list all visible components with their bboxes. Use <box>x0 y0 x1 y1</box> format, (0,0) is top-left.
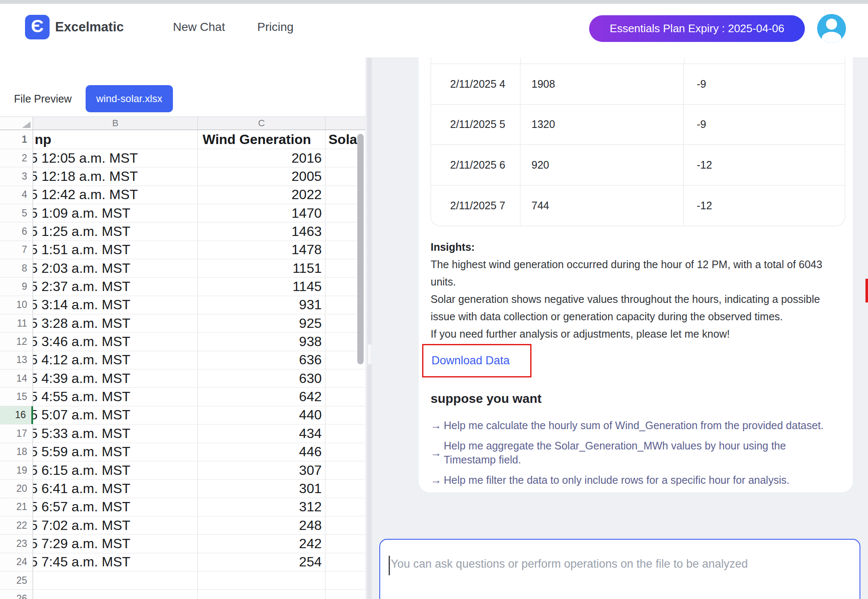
sheet-cell-wind[interactable]: 1151 <box>198 259 326 277</box>
sheet-cell-solar[interactable] <box>326 480 365 497</box>
sheet-cell-timestamp[interactable]: 5 3:28 a.m. MST <box>33 314 198 332</box>
divider-drag-handle-icon[interactable] <box>367 344 372 364</box>
row-number[interactable]: 2 <box>0 149 33 167</box>
sheet-cell-timestamp[interactable]: np <box>33 130 198 149</box>
row-number[interactable]: 26 <box>0 590 33 599</box>
sheet-cell-solar[interactable] <box>326 516 365 534</box>
row-number[interactable]: 6 <box>0 222 33 240</box>
sheet-cell-wind[interactable]: 312 <box>198 498 326 516</box>
sheet-cell-solar[interactable] <box>326 535 365 552</box>
chat-input[interactable] <box>390 557 849 599</box>
row-number[interactable]: 9 <box>0 277 33 295</box>
sheet-cell-wind[interactable]: 2005 <box>198 167 326 185</box>
sheet-cell-timestamp[interactable]: 5 6:15 a.m. MST <box>33 461 198 479</box>
row-number[interactable]: 1 <box>0 130 33 149</box>
sheet-cell-wind[interactable]: 301 <box>198 480 326 497</box>
row-number[interactable]: 14 <box>0 369 33 387</box>
sheet-cell-timestamp[interactable]: 5 1:51 a.m. MST <box>33 241 198 259</box>
row-number[interactable]: 16 <box>0 406 33 424</box>
sheet-cell-timestamp[interactable]: 5 12:05 a.m. MST <box>33 149 198 167</box>
sheet-cell-wind[interactable]: 636 <box>198 351 326 369</box>
sheet-cell-wind[interactable]: 1470 <box>198 204 326 222</box>
row-number[interactable]: 20 <box>0 480 33 497</box>
sheet-cell-solar[interactable] <box>326 571 365 589</box>
column-header-b[interactable]: B <box>33 117 198 130</box>
sheet-cell-solar[interactable] <box>326 424 365 442</box>
row-number[interactable]: 19 <box>0 461 33 479</box>
sheet-cell-wind[interactable]: 1463 <box>198 222 326 240</box>
sheet-cell-wind[interactable] <box>198 571 326 589</box>
sheet-cell-wind[interactable]: 446 <box>198 443 326 461</box>
sheet-cell-wind[interactable]: 931 <box>198 296 326 314</box>
suggestion-item[interactable]: →Help me aggregate the Solar_Generation_… <box>431 439 848 467</box>
sheet-cell-timestamp[interactable] <box>33 590 198 599</box>
sheet-cell-timestamp[interactable]: 5 12:18 a.m. MST <box>33 167 198 185</box>
sheet-cell-timestamp[interactable]: 5 7:02 a.m. MST <box>33 516 198 534</box>
sheet-cell-timestamp[interactable]: 5 4:55 a.m. MST <box>33 388 198 405</box>
row-number[interactable]: 22 <box>0 516 33 534</box>
row-number[interactable]: 4 <box>0 186 33 204</box>
row-number[interactable]: 11 <box>0 314 33 332</box>
sheet-cell-solar[interactable] <box>326 406 365 424</box>
row-number[interactable]: 10 <box>0 296 33 314</box>
row-number[interactable]: 21 <box>0 498 33 516</box>
sheet-cell-wind[interactable]: 254 <box>198 553 326 571</box>
row-number[interactable]: 13 <box>0 351 33 369</box>
row-number[interactable]: 12 <box>0 333 33 350</box>
file-chip[interactable]: wind-solar.xlsx <box>86 85 173 112</box>
sheet-cell-wind[interactable]: 938 <box>198 333 326 350</box>
sheet-cell-wind[interactable]: 925 <box>198 314 326 332</box>
app-logo[interactable]: Є <box>25 15 50 39</box>
sheet-cell-solar[interactable] <box>326 590 365 599</box>
sheet-cell-wind[interactable]: 1145 <box>198 277 326 295</box>
sheet-cell-solar[interactable] <box>326 553 365 571</box>
row-number[interactable]: 3 <box>0 167 33 185</box>
suggestion-item[interactable]: →Help me filter the data to only include… <box>431 473 848 487</box>
sheet-cell-wind[interactable]: 434 <box>198 424 326 442</box>
sheet-cell-wind[interactable]: 307 <box>198 461 326 479</box>
sheet-cell-timestamp[interactable]: 5 2:03 a.m. MST <box>33 259 198 277</box>
nav-pricing[interactable]: Pricing <box>257 21 294 33</box>
row-number[interactable]: 7 <box>0 241 33 259</box>
sheet-cell-timestamp[interactable]: 5 1:25 a.m. MST <box>33 222 198 240</box>
sheet-cell-solar[interactable] <box>326 443 365 461</box>
sheet-cell-solar[interactable] <box>326 461 365 479</box>
sheet-cell-wind[interactable]: 248 <box>198 516 326 534</box>
sheet-cell-timestamp[interactable]: 5 3:46 a.m. MST <box>33 333 198 350</box>
sheet-cell-wind[interactable]: 440 <box>198 406 326 424</box>
sheet-cell-wind[interactable]: 1478 <box>198 241 326 259</box>
column-header-d[interactable] <box>326 117 365 130</box>
plan-expiry-button[interactable]: Essentials Plan Expiry : 2025-04-06 <box>589 15 805 42</box>
column-header-c[interactable]: C <box>198 117 326 130</box>
sheet-vertical-scrollbar[interactable] <box>357 134 364 364</box>
sheet-cell-timestamp[interactable]: 5 6:41 a.m. MST <box>33 480 198 497</box>
sheet-cell-wind[interactable]: 2016 <box>198 149 326 167</box>
sheet-cell-wind[interactable]: 630 <box>198 369 326 387</box>
sheet-cell-timestamp[interactable]: 5 7:45 a.m. MST <box>33 553 198 571</box>
nav-new-chat[interactable]: New Chat <box>173 21 225 33</box>
sheet-cell-timestamp[interactable]: 5 4:39 a.m. MST <box>33 369 198 387</box>
sheet-cell-wind[interactable]: 242 <box>198 535 326 552</box>
download-data-link[interactable]: Download Data <box>431 354 510 367</box>
sheet-cell-timestamp[interactable] <box>33 571 198 589</box>
row-number[interactable]: 23 <box>0 535 33 552</box>
sheet-cell-timestamp[interactable]: 5 12:42 a.m. MST <box>33 186 198 204</box>
row-number[interactable]: 25 <box>0 571 33 589</box>
sheet-cell-timestamp[interactable]: 5 7:29 a.m. MST <box>33 535 198 552</box>
sheet-cell-timestamp[interactable]: 5 2:37 a.m. MST <box>33 277 198 295</box>
row-number[interactable]: 17 <box>0 424 33 442</box>
row-number[interactable]: 5 <box>0 204 33 222</box>
sheet-cell-timestamp[interactable]: 5 1:09 a.m. MST <box>33 204 198 222</box>
sheet-cell-timestamp[interactable]: 5 4:12 a.m. MST <box>33 351 198 369</box>
row-number[interactable]: 18 <box>0 443 33 461</box>
user-avatar[interactable] <box>817 14 846 43</box>
suggestion-item[interactable]: →Help me calculate the hourly sum of Win… <box>431 419 848 433</box>
row-number[interactable]: 24 <box>0 553 33 571</box>
row-number[interactable]: 15 <box>0 388 33 405</box>
sheet-cell-wind[interactable]: 2022 <box>198 186 326 204</box>
sheet-cell-wind[interactable]: 642 <box>198 388 326 405</box>
sheet-cell-wind[interactable] <box>198 590 326 599</box>
sheet-cell-timestamp[interactable]: 5 5:33 a.m. MST <box>33 424 198 442</box>
sheet-cell-timestamp[interactable]: 5 6:57 a.m. MST <box>33 498 198 516</box>
sheet-cell-timestamp[interactable]: 5 5:59 a.m. MST <box>33 443 198 461</box>
